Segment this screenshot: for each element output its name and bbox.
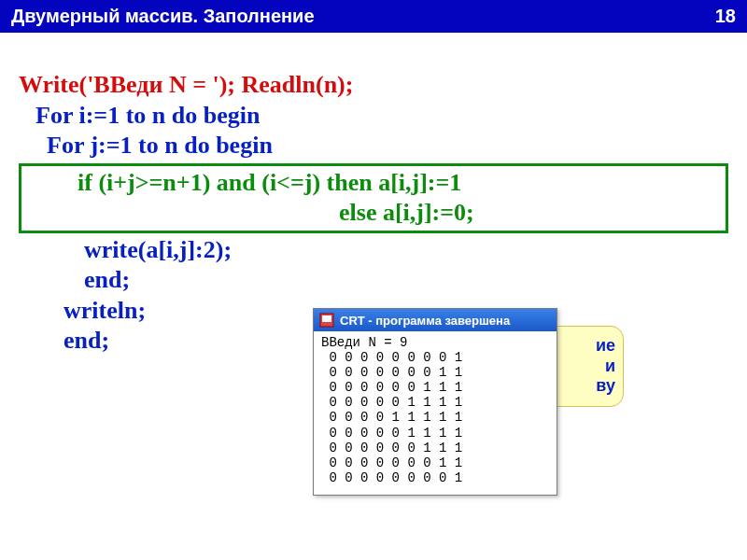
slide-title-bar: Двумерный массив. Заполнение 18: [0, 0, 747, 33]
code-write: Write('ВВеди N = ');: [19, 71, 242, 98]
code-condition-box: if (i+j>=n+1) and (i<=j) then a[i,j]:=1 …: [19, 163, 728, 233]
crt-matrix: 0 0 0 0 0 0 0 0 1 0 0 0 0 0 0 0 1 1 0 0 …: [321, 350, 462, 485]
crt-title-text: CRT - программа завершена: [340, 314, 510, 328]
note-line-3: ву: [550, 376, 615, 397]
code-else: else a[i,j]:=0;: [78, 198, 720, 229]
slide-content: Write('ВВеди N = '); Readln(n); For i:=1…: [0, 33, 747, 357]
crt-prompt: ВВеди N = 9: [321, 335, 407, 350]
code-for-i: For i:=1 to n do begin: [19, 101, 728, 132]
crt-body: ВВеди N = 9 0 0 0 0 0 0 0 0 1 0 0 0 0 0 …: [314, 331, 557, 495]
code-end-inner: end;: [19, 265, 728, 296]
svg-rect-1: [322, 315, 331, 322]
code-write-aij: write(a[i,j]:2);: [19, 235, 728, 266]
code-for-j: For j:=1 to n do begin: [19, 131, 728, 161]
code-if: if (i+j>=n+1) and (i<=j) then a[i,j]:=1: [78, 168, 720, 199]
crt-title-bar: CRT - программа завершена: [314, 309, 557, 331]
note-line-2: и: [550, 357, 615, 377]
slide-title: Двумерный массив. Заполнение: [11, 6, 315, 27]
code-readln: Readln(n);: [242, 71, 354, 98]
slide-number: 18: [715, 6, 736, 27]
crt-output-window: CRT - программа завершена ВВеди N = 9 0 …: [313, 308, 557, 496]
crt-app-icon: [319, 313, 334, 328]
